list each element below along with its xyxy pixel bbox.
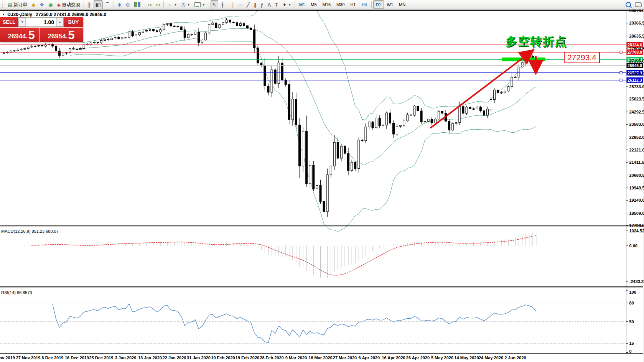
timeframe-h4-button[interactable]: H4 bbox=[359, 0, 369, 9]
equidistant-channel-button[interactable]: ∥ bbox=[252, 0, 259, 9]
svg-text:18 Mar 2020: 18 Mar 2020 bbox=[308, 355, 332, 360]
navigator-icon-button[interactable]: ❖ bbox=[38, 0, 46, 9]
svg-text:24 May 2020: 24 May 2020 bbox=[479, 355, 503, 360]
svg-text:17799.5: 17799.5 bbox=[629, 223, 644, 228]
svg-text:26 Apr 2020: 26 Apr 2020 bbox=[406, 355, 430, 360]
autotrading-icon: ◈ bbox=[57, 2, 61, 7]
cursor-button[interactable]: ↖ bbox=[211, 0, 219, 9]
toolbar-separator bbox=[371, 1, 372, 8]
line-chart-icon: ⌒ bbox=[105, 2, 110, 7]
indicators-icon: ＋ bbox=[167, 2, 172, 7]
svg-text:21411.5: 21411.5 bbox=[629, 160, 644, 165]
timeframe-m15-button[interactable]: M15 bbox=[320, 0, 333, 9]
arrows-button[interactable]: ✦▼ bbox=[280, 0, 293, 9]
svg-text:28635.5: 28635.5 bbox=[629, 34, 644, 38]
chart-shift-button[interactable]: ↤ bbox=[154, 0, 162, 9]
new-order-button[interactable]: ▤新订单 bbox=[6, 0, 29, 9]
navigator-icon-icon: ❖ bbox=[40, 2, 44, 7]
axes: 30076.029366.528635.527904.527195.026465… bbox=[0, 8, 644, 360]
svg-text:14 May 2020: 14 May 2020 bbox=[454, 355, 479, 360]
zoom-out-button[interactable]: ⊖ bbox=[124, 0, 132, 9]
chevron-down-icon: ▼ bbox=[288, 3, 291, 7]
candles bbox=[3, 18, 537, 342]
toolbar-separator bbox=[144, 1, 144, 8]
chart-shift-icon: ↤ bbox=[156, 2, 160, 7]
signals-icon-button[interactable]: ◉ bbox=[46, 0, 54, 9]
horizontal-line-icon: ─ bbox=[239, 2, 242, 7]
tile-windows-button[interactable] bbox=[132, 0, 142, 9]
periods-button[interactable]: ◷▼ bbox=[179, 0, 192, 9]
volume-decrease-button[interactable]: ▼ bbox=[19, 18, 26, 26]
buy-price-button[interactable]: 26954.5 bbox=[39, 27, 83, 42]
price-callout-box[interactable]: 27293.4 bbox=[564, 52, 600, 63]
vertical-line-button[interactable]: │ bbox=[230, 0, 237, 9]
search-icon[interactable] bbox=[626, 2, 631, 7]
svg-text:6 Apr 2020: 6 Apr 2020 bbox=[359, 355, 380, 360]
trendline-button[interactable]: ╱ bbox=[245, 0, 252, 9]
auto-scroll-button[interactable]: ↦ bbox=[146, 0, 154, 9]
sell-price-button[interactable]: 26944.5 bbox=[0, 27, 43, 42]
timeframe-m5-button[interactable]: M5 bbox=[308, 0, 319, 9]
drawing-objects[interactable] bbox=[430, 54, 545, 128]
equidistant-channel-icon: ∥ bbox=[254, 2, 257, 7]
timeframe-w1-button[interactable]: W1 bbox=[384, 0, 396, 9]
svg-text:0.00: 0.00 bbox=[629, 244, 637, 248]
timeframe-m1-button[interactable]: M1 bbox=[296, 0, 308, 9]
svg-text:25 Dec 2019: 25 Dec 2019 bbox=[89, 355, 113, 360]
chart-title: ▲ DJ30-,Daily 27350.0 27481.0 26899.0 26… bbox=[2, 12, 106, 17]
market-watch-icon-icon: ◆ bbox=[31, 2, 35, 7]
timeframe-mn-button[interactable]: MN bbox=[396, 0, 408, 9]
svg-text:100: 100 bbox=[629, 290, 636, 295]
line-chart-button[interactable]: ⌒ bbox=[103, 0, 112, 9]
chevron-down-icon: ▼ bbox=[174, 3, 177, 7]
turning-point-annotation[interactable]: 多空转折点 bbox=[506, 34, 567, 49]
svg-text:8 Nov 2019: 8 Nov 2019 bbox=[0, 355, 15, 360]
svg-text:0: 0 bbox=[629, 349, 632, 354]
toolbar-right-icons bbox=[626, 2, 643, 7]
market-watch-icon-button[interactable]: ◆ bbox=[30, 0, 37, 9]
rsi-indicator-label: RSI(14) 66.8573 bbox=[1, 290, 32, 295]
toolbar-separator bbox=[295, 1, 295, 8]
buy-button[interactable]: BUY bbox=[64, 17, 83, 27]
fibonacci-icon: ƒ bbox=[260, 2, 263, 7]
price-chart[interactable]: 28124.627709.027293.426946.026527.926112… bbox=[0, 0, 644, 362]
sell-button[interactable]: SELL bbox=[0, 17, 18, 27]
chevron-down-icon: ▼ bbox=[187, 3, 190, 7]
volume-input[interactable]: 1.00 bbox=[26, 18, 56, 26]
svg-text:23583.0: 23583.0 bbox=[629, 122, 644, 127]
svg-text:28 Feb 2020: 28 Feb 2020 bbox=[260, 355, 283, 360]
sell-price: 26944 bbox=[8, 33, 26, 40]
candlestick-chart-button[interactable]: ▮▯ bbox=[94, 0, 103, 9]
svg-text:26112.3: 26112.3 bbox=[628, 78, 642, 82]
timeframe-m30-button[interactable]: M30 bbox=[334, 0, 347, 9]
templates-button[interactable]: ▼ bbox=[193, 0, 207, 9]
svg-text:3 Jan 2020: 3 Jan 2020 bbox=[115, 355, 137, 360]
svg-text:25023.5: 25023.5 bbox=[629, 97, 644, 101]
autotrading-button-label: 自动交易 bbox=[62, 2, 80, 8]
crosshair-icon: ┼ bbox=[221, 2, 224, 7]
timeframe-d1-button[interactable]: D1 bbox=[373, 0, 384, 9]
indicators-button[interactable]: ＋▼ bbox=[165, 0, 179, 9]
svg-text:27 Mar 2020: 27 Mar 2020 bbox=[333, 355, 357, 360]
svg-text:80: 80 bbox=[629, 301, 634, 305]
svg-text:18509.0: 18509.0 bbox=[629, 211, 644, 216]
timeframe-h1-button[interactable]: H1 bbox=[348, 0, 358, 9]
svg-text:-2433.25: -2433.25 bbox=[629, 279, 644, 284]
text-icon: A bbox=[268, 2, 271, 7]
macd-indicator-label: MACD(12,26,9) 851.23 680.07 bbox=[1, 229, 59, 234]
zoom-in-button[interactable]: ⊕ bbox=[115, 0, 124, 9]
horizontal-line-button[interactable]: ─ bbox=[237, 0, 244, 9]
svg-text:27195.0: 27195.0 bbox=[629, 59, 644, 63]
svg-text:6 Dec 2019: 6 Dec 2019 bbox=[42, 355, 64, 360]
crosshair-button[interactable]: ┼ bbox=[219, 0, 226, 9]
auto-scroll-icon: ↦ bbox=[148, 2, 152, 7]
volume-increase-button[interactable]: ▲ bbox=[56, 18, 63, 26]
svg-text:16 Dec 2019: 16 Dec 2019 bbox=[65, 355, 89, 360]
toolbar-grip bbox=[2, 2, 4, 8]
autotrading-button[interactable]: ◈自动交易 bbox=[55, 0, 82, 9]
fibonacci-button[interactable]: ƒ bbox=[259, 0, 265, 9]
bar-chart-button[interactable]: ╫ bbox=[86, 0, 93, 9]
community-chat-icon[interactable] bbox=[635, 2, 642, 7]
text-label-button[interactable]: T bbox=[273, 0, 280, 9]
text-button[interactable]: A bbox=[266, 0, 273, 9]
